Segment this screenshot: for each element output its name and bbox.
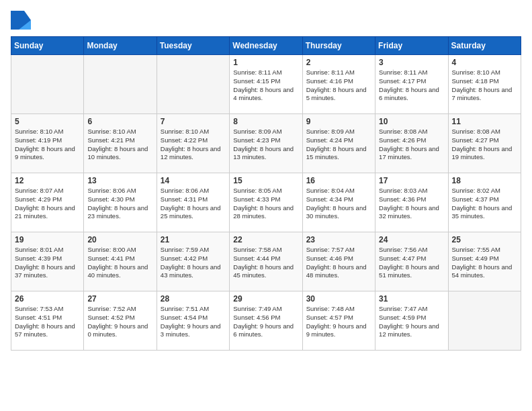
- day-number: 26: [15, 294, 80, 304]
- day-number: 12: [15, 176, 80, 185]
- day-info: Sunrise: 8:11 AMSunset: 4:15 PMDaylight:…: [233, 68, 298, 103]
- day-number: 7: [161, 117, 226, 126]
- weekday-header-thursday: Thursday: [302, 37, 375, 55]
- weekday-header-saturday: Saturday: [448, 37, 521, 55]
- day-info: Sunrise: 7:56 AMSunset: 4:47 PMDaylight:…: [379, 246, 444, 280]
- day-cell-31: 31Sunrise: 7:47 AMSunset: 4:59 PMDayligh…: [375, 291, 448, 351]
- day-cell-20: 20Sunrise: 8:00 AMSunset: 4:41 PMDayligh…: [84, 232, 157, 291]
- day-cell-30: 30Sunrise: 7:48 AMSunset: 4:57 PMDayligh…: [302, 291, 375, 351]
- day-number: 9: [306, 117, 371, 126]
- day-info: Sunrise: 7:52 AMSunset: 4:52 PMDaylight:…: [87, 305, 152, 339]
- day-cell-17: 17Sunrise: 8:03 AMSunset: 4:36 PMDayligh…: [375, 173, 448, 232]
- day-number: 2: [306, 58, 371, 67]
- day-cell-28: 28Sunrise: 7:51 AMSunset: 4:54 PMDayligh…: [157, 291, 229, 351]
- day-number: 8: [233, 117, 298, 126]
- day-cell-26: 26Sunrise: 7:53 AMSunset: 4:51 PMDayligh…: [11, 291, 84, 351]
- calendar-table: SundayMondayTuesdayWednesdayThursdayFrid…: [11, 36, 521, 351]
- day-number: 18: [452, 176, 517, 185]
- day-info: Sunrise: 7:57 AMSunset: 4:46 PMDaylight:…: [306, 246, 371, 280]
- day-cell-12: 12Sunrise: 8:07 AMSunset: 4:29 PMDayligh…: [11, 173, 84, 232]
- day-number: 30: [306, 294, 371, 304]
- day-cell-18: 18Sunrise: 8:02 AMSunset: 4:37 PMDayligh…: [448, 173, 521, 232]
- day-number: 29: [233, 294, 298, 304]
- day-info: Sunrise: 7:55 AMSunset: 4:49 PMDaylight:…: [452, 246, 517, 280]
- weekday-header-sunday: Sunday: [11, 37, 84, 55]
- day-info: Sunrise: 8:06 AMSunset: 4:31 PMDaylight:…: [161, 187, 226, 221]
- week-row-1: 1Sunrise: 8:11 AMSunset: 4:15 PMDaylight…: [11, 55, 521, 114]
- day-info: Sunrise: 8:04 AMSunset: 4:34 PMDaylight:…: [306, 187, 371, 221]
- day-number: 13: [87, 176, 152, 185]
- day-info: Sunrise: 8:10 AMSunset: 4:22 PMDaylight:…: [161, 128, 226, 162]
- day-number: 3: [379, 58, 444, 67]
- day-info: Sunrise: 7:47 AMSunset: 4:59 PMDaylight:…: [379, 305, 444, 339]
- day-cell-27: 27Sunrise: 7:52 AMSunset: 4:52 PMDayligh…: [84, 291, 157, 351]
- week-row-2: 5Sunrise: 8:10 AMSunset: 4:19 PMDaylight…: [11, 114, 521, 173]
- day-cell-11: 11Sunrise: 8:08 AMSunset: 4:27 PMDayligh…: [448, 114, 521, 173]
- day-number: 31: [379, 294, 444, 304]
- day-cell-2: 2Sunrise: 8:11 AMSunset: 4:16 PMDaylight…: [302, 55, 375, 114]
- weekday-header-friday: Friday: [375, 37, 448, 55]
- weekday-header-monday: Monday: [84, 37, 157, 55]
- day-cell-13: 13Sunrise: 8:06 AMSunset: 4:30 PMDayligh…: [84, 173, 157, 232]
- day-info: Sunrise: 8:00 AMSunset: 4:41 PMDaylight:…: [87, 246, 152, 280]
- day-number: 15: [233, 176, 298, 185]
- weekday-header-tuesday: Tuesday: [157, 37, 229, 55]
- empty-cell: [84, 55, 157, 114]
- day-info: Sunrise: 8:11 AMSunset: 4:16 PMDaylight:…: [306, 68, 371, 103]
- day-info: Sunrise: 8:10 AMSunset: 4:19 PMDaylight:…: [15, 128, 80, 162]
- day-cell-19: 19Sunrise: 8:01 AMSunset: 4:39 PMDayligh…: [11, 232, 84, 291]
- day-number: 25: [452, 235, 517, 244]
- day-info: Sunrise: 8:11 AMSunset: 4:17 PMDaylight:…: [379, 68, 444, 103]
- day-number: 11: [452, 117, 517, 126]
- day-number: 27: [87, 294, 152, 304]
- day-cell-5: 5Sunrise: 8:10 AMSunset: 4:19 PMDaylight…: [11, 114, 84, 173]
- logo: [11, 11, 34, 30]
- day-info: Sunrise: 8:06 AMSunset: 4:30 PMDaylight:…: [87, 187, 152, 221]
- day-number: 4: [452, 58, 517, 67]
- logo-icon: [11, 11, 31, 30]
- day-number: 10: [379, 117, 444, 126]
- weekday-header-wednesday: Wednesday: [230, 37, 302, 55]
- day-cell-1: 1Sunrise: 8:11 AMSunset: 4:15 PMDaylight…: [230, 55, 302, 114]
- day-cell-25: 25Sunrise: 7:55 AMSunset: 4:49 PMDayligh…: [448, 232, 521, 291]
- day-number: 20: [87, 235, 152, 244]
- day-info: Sunrise: 8:01 AMSunset: 4:39 PMDaylight:…: [15, 246, 80, 280]
- empty-cell: [11, 55, 84, 114]
- day-number: 17: [379, 176, 444, 185]
- day-info: Sunrise: 8:09 AMSunset: 4:23 PMDaylight:…: [233, 128, 298, 162]
- day-cell-16: 16Sunrise: 8:04 AMSunset: 4:34 PMDayligh…: [302, 173, 375, 232]
- empty-cell: [157, 55, 229, 114]
- day-info: Sunrise: 7:53 AMSunset: 4:51 PMDaylight:…: [15, 305, 80, 339]
- day-info: Sunrise: 8:03 AMSunset: 4:36 PMDaylight:…: [379, 187, 444, 221]
- week-row-5: 26Sunrise: 7:53 AMSunset: 4:51 PMDayligh…: [11, 291, 521, 351]
- day-info: Sunrise: 8:02 AMSunset: 4:37 PMDaylight:…: [452, 187, 517, 221]
- day-cell-14: 14Sunrise: 8:06 AMSunset: 4:31 PMDayligh…: [157, 173, 229, 232]
- day-cell-7: 7Sunrise: 8:10 AMSunset: 4:22 PMDaylight…: [157, 114, 229, 173]
- day-number: 14: [161, 176, 226, 185]
- day-info: Sunrise: 8:10 AMSunset: 4:18 PMDaylight:…: [452, 68, 517, 103]
- day-number: 24: [379, 235, 444, 244]
- day-info: Sunrise: 8:08 AMSunset: 4:27 PMDaylight:…: [452, 128, 517, 162]
- day-info: Sunrise: 8:08 AMSunset: 4:26 PMDaylight:…: [379, 128, 444, 162]
- day-cell-22: 22Sunrise: 7:58 AMSunset: 4:44 PMDayligh…: [230, 232, 302, 291]
- day-info: Sunrise: 8:07 AMSunset: 4:29 PMDaylight:…: [15, 187, 80, 221]
- day-number: 22: [233, 235, 298, 244]
- day-info: Sunrise: 7:49 AMSunset: 4:56 PMDaylight:…: [233, 305, 298, 339]
- week-row-4: 19Sunrise: 8:01 AMSunset: 4:39 PMDayligh…: [11, 232, 521, 291]
- day-cell-9: 9Sunrise: 8:09 AMSunset: 4:24 PMDaylight…: [302, 114, 375, 173]
- day-info: Sunrise: 8:05 AMSunset: 4:33 PMDaylight:…: [233, 187, 298, 221]
- day-info: Sunrise: 7:59 AMSunset: 4:42 PMDaylight:…: [161, 246, 226, 280]
- day-info: Sunrise: 7:51 AMSunset: 4:54 PMDaylight:…: [161, 305, 226, 339]
- day-cell-10: 10Sunrise: 8:08 AMSunset: 4:26 PMDayligh…: [375, 114, 448, 173]
- day-cell-21: 21Sunrise: 7:59 AMSunset: 4:42 PMDayligh…: [157, 232, 229, 291]
- day-cell-24: 24Sunrise: 7:56 AMSunset: 4:47 PMDayligh…: [375, 232, 448, 291]
- day-number: 28: [161, 294, 226, 304]
- day-cell-4: 4Sunrise: 8:10 AMSunset: 4:18 PMDaylight…: [448, 55, 521, 114]
- day-number: 16: [306, 176, 371, 185]
- day-info: Sunrise: 7:58 AMSunset: 4:44 PMDaylight:…: [233, 246, 298, 280]
- day-info: Sunrise: 8:10 AMSunset: 4:21 PMDaylight:…: [87, 128, 152, 162]
- day-number: 6: [87, 117, 152, 126]
- day-number: 23: [306, 235, 371, 244]
- day-number: 5: [15, 117, 80, 126]
- day-number: 21: [161, 235, 226, 244]
